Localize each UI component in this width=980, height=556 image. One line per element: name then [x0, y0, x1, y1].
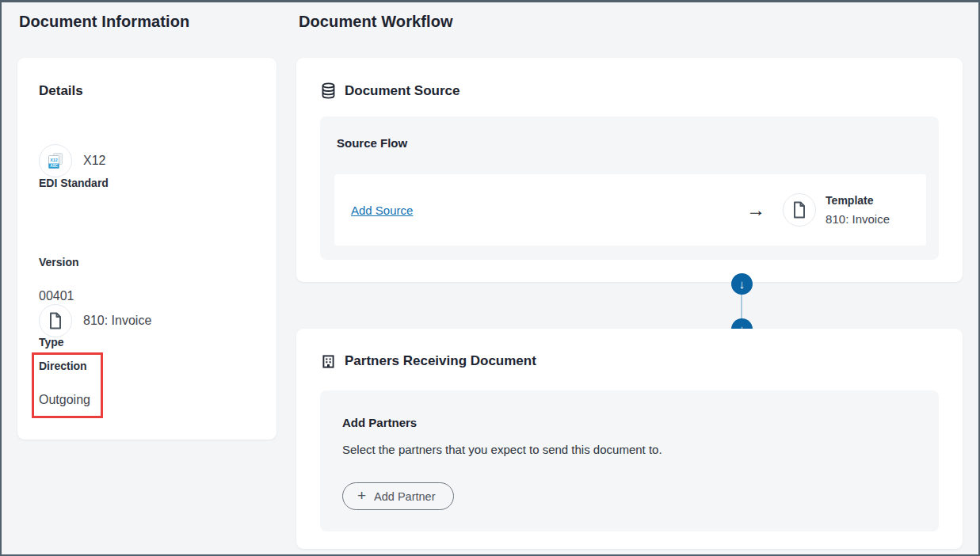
- flow-target-group: → Template 810: Invo: [746, 193, 890, 227]
- page-title-document-workflow: Document Workflow: [299, 13, 453, 31]
- add-partners-section: Add Partners Select the partners that yo…: [320, 390, 939, 531]
- svg-text:X12: X12: [50, 158, 58, 162]
- version-value: 00401: [39, 289, 74, 303]
- add-partners-description: Select the partners that you expect to s…: [342, 443, 662, 456]
- document-source-header: Document Source: [321, 82, 459, 99]
- app-window: Document Information Details EDI Standar…: [0, 0, 980, 556]
- template-node[interactable]: Template 810: Invoice: [783, 193, 890, 227]
- template-avatar: [783, 193, 816, 227]
- arrow-down-icon: ↓: [731, 273, 753, 295]
- partners-receiving-heading: Partners Receiving Document: [345, 353, 536, 369]
- type-avatar: [39, 304, 72, 337]
- type-value: 810: Invoice: [83, 304, 151, 337]
- database-icon: [321, 82, 336, 99]
- arrow-right-icon: →: [746, 200, 765, 219]
- document-icon: [791, 200, 807, 219]
- source-flow-section: Source Flow Add Source →: [320, 116, 939, 260]
- plus-icon: +: [357, 488, 366, 503]
- document-source-card: Document Source Source Flow Add Source →: [296, 58, 963, 282]
- svg-text:ASC: ASC: [50, 164, 58, 168]
- edi-standard-avatar: X12 ASC: [39, 144, 72, 177]
- source-flow-heading: Source Flow: [337, 136, 407, 150]
- document-icon: [48, 311, 63, 330]
- template-node-label: Template: [826, 194, 890, 207]
- add-source-link[interactable]: Add Source: [351, 204, 413, 217]
- details-heading: Details: [39, 83, 83, 99]
- type-label: Type: [39, 336, 64, 348]
- edi-standard-label: EDI Standard: [39, 177, 109, 189]
- details-card: Details EDI Standard X12 ASC X12 Version…: [17, 58, 276, 440]
- x12-file-icon: X12 ASC: [47, 151, 64, 170]
- add-partners-heading: Add Partners: [342, 416, 417, 429]
- add-partner-button-label: Add Partner: [374, 490, 435, 503]
- template-node-text: Template 810: Invoice: [826, 194, 890, 226]
- partners-receiving-card: Partners Receiving Document Add Partners…: [296, 329, 963, 549]
- add-partner-button[interactable]: + Add Partner: [342, 482, 454, 510]
- page-title-document-information: Document Information: [19, 13, 189, 31]
- edi-standard-value: X12: [83, 144, 105, 177]
- partners-receiving-header: Partners Receiving Document: [321, 353, 536, 369]
- version-label: Version: [39, 256, 79, 268]
- direction-label: Direction: [39, 360, 87, 372]
- document-source-heading: Document Source: [345, 83, 459, 99]
- direction-value: Outgoing: [39, 393, 90, 407]
- building-icon: [321, 354, 336, 369]
- source-flow-row: Add Source → Te: [334, 174, 926, 246]
- template-node-value: 810: Invoice: [826, 212, 890, 226]
